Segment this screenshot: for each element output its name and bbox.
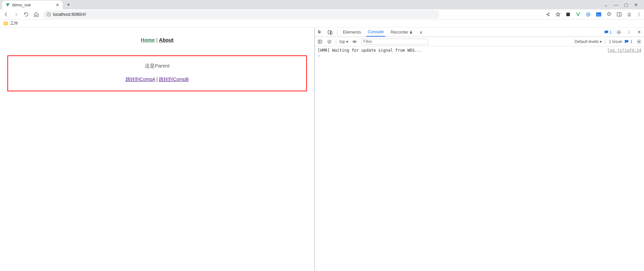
link-compa[interactable]: 跳转到CompA xyxy=(126,77,155,82)
devtools-panel: Elements Console Recorder 1 ✕ t xyxy=(315,28,644,271)
console-sidebar-toggle-icon[interactable] xyxy=(317,39,323,44)
issues-button[interactable]: 1 Issue: 1 xyxy=(609,39,633,44)
new-tab-button[interactable]: + xyxy=(65,2,72,8)
svg-point-12 xyxy=(639,12,639,13)
messages-badge[interactable]: 1 xyxy=(604,30,612,35)
console-source-link[interactable]: log.js?1afd:24 xyxy=(607,48,641,53)
reload-button[interactable] xyxy=(23,12,30,17)
browser-chrome: demo_vue ✕ + ⌄ — ▢ ✕ localhost:8080/#/ xyxy=(0,0,644,28)
svg-rect-2 xyxy=(48,13,49,13)
console-output[interactable]: [HMR] Waiting for update signal from WDS… xyxy=(315,46,644,271)
svg-rect-21 xyxy=(318,40,322,43)
address-bar: localhost:8080/#/ New xyxy=(0,9,644,19)
bookmark-bar: 工作 xyxy=(0,19,644,28)
svg-point-5 xyxy=(588,14,589,15)
svg-point-20 xyxy=(629,33,629,34)
tab-title: demo_vue xyxy=(12,3,54,7)
browser-tab[interactable]: demo_vue ✕ xyxy=(2,1,62,9)
issues-label: 1 Issue: xyxy=(609,39,623,44)
context-selector[interactable]: top ▾ xyxy=(339,39,348,44)
live-expression-icon[interactable] xyxy=(352,39,358,44)
svg-line-24 xyxy=(328,41,330,43)
devtools-close-icon[interactable]: ✕ xyxy=(636,30,642,35)
tab-recorder-label: Recorder xyxy=(390,30,408,35)
log-levels-selector[interactable]: Default levels ▾ xyxy=(574,39,602,44)
maximize-icon[interactable]: ▢ xyxy=(624,2,628,7)
svg-point-13 xyxy=(639,14,639,14)
console-line: [HMR] Waiting for update signal from WDS… xyxy=(318,48,641,53)
app-nav: Home | About xyxy=(0,37,314,43)
profile-icon[interactable] xyxy=(627,12,632,17)
svg-text:New: New xyxy=(597,14,601,16)
svg-rect-8 xyxy=(617,12,621,16)
chevron-down-icon[interactable]: ⌄ xyxy=(604,2,608,7)
console-prompt[interactable]: › xyxy=(318,53,641,58)
svg-point-14 xyxy=(639,15,639,16)
svg-point-26 xyxy=(638,41,640,42)
menu-icon[interactable] xyxy=(637,12,641,17)
svg-point-19 xyxy=(629,32,629,33)
home-button[interactable] xyxy=(33,12,40,17)
filter-input[interactable] xyxy=(361,39,428,45)
svg-rect-1 xyxy=(48,14,49,15)
extension-1-icon[interactable] xyxy=(565,12,571,17)
window-controls: ⌄ — ▢ ✕ xyxy=(604,2,642,7)
vue-favicon-icon xyxy=(5,3,10,7)
devtools-tabstrip: Elements Console Recorder 1 ✕ xyxy=(315,28,644,37)
console-toolbar: top ▾ Default levels ▾ 1 Issue: 1 xyxy=(315,37,644,46)
console-settings-icon[interactable] xyxy=(636,39,642,44)
chevron-down-icon: ▾ xyxy=(346,39,348,44)
close-window-icon[interactable]: ✕ xyxy=(634,2,638,7)
clear-console-icon[interactable] xyxy=(326,39,332,44)
share-icon[interactable] xyxy=(545,12,551,17)
device-toolbar-icon[interactable] xyxy=(327,30,333,35)
side-panel-icon[interactable] xyxy=(616,12,622,17)
inspect-element-icon[interactable] xyxy=(317,30,323,35)
tab-console[interactable]: Console xyxy=(366,28,385,37)
nav-about-link[interactable]: About xyxy=(159,37,173,43)
svg-rect-3 xyxy=(566,12,570,16)
vue-devtools-icon[interactable] xyxy=(576,12,581,17)
tab-strip: demo_vue ✕ + ⌄ — ▢ ✕ xyxy=(0,0,644,9)
svg-point-11 xyxy=(629,13,630,14)
link-compb[interactable]: 跳转到CompB xyxy=(159,77,189,82)
svg-point-25 xyxy=(354,41,355,42)
tab-close-icon[interactable]: ✕ xyxy=(56,3,59,7)
content-area: Home | About 这是Parent 跳转到CompA | 跳转到Comp… xyxy=(0,28,644,271)
parent-box: 这是Parent 跳转到CompA | 跳转到CompB xyxy=(7,55,307,91)
chevron-down-icon: ▾ xyxy=(600,39,602,44)
devtools-settings-icon[interactable] xyxy=(616,30,622,35)
messages-count: 1 xyxy=(609,30,612,35)
svg-point-17 xyxy=(618,32,619,33)
web-page: Home | About 这是Parent 跳转到CompA | 跳转到Comp… xyxy=(0,28,315,271)
extension-3-icon[interactable] xyxy=(586,12,591,17)
nav-home-link[interactable]: Home xyxy=(141,37,155,43)
bookmark-folder-label[interactable]: 工作 xyxy=(10,20,18,26)
beaker-icon xyxy=(409,30,413,34)
site-info-icon[interactable] xyxy=(46,12,51,17)
omnibox[interactable]: localhost:8080/#/ xyxy=(43,10,439,18)
forward-button[interactable] xyxy=(13,11,19,17)
console-message: [HMR] Waiting for update signal from WDS… xyxy=(318,48,422,53)
star-icon[interactable] xyxy=(555,12,561,17)
more-tabs-icon[interactable] xyxy=(418,30,424,35)
extensions-icon[interactable] xyxy=(606,12,612,17)
tab-elements[interactable]: Elements xyxy=(341,28,362,37)
levels-label: Default levels xyxy=(574,39,599,44)
tab-recorder[interactable]: Recorder xyxy=(389,28,414,37)
parent-links: 跳转到CompA | 跳转到CompB xyxy=(11,77,303,83)
extension-4-icon[interactable]: New xyxy=(596,12,602,17)
back-button[interactable] xyxy=(3,11,9,17)
folder-icon xyxy=(3,21,8,26)
devtools-menu-icon[interactable] xyxy=(626,30,632,35)
issues-count: 1 xyxy=(630,39,633,44)
url-text: localhost:8080/#/ xyxy=(53,12,86,17)
toolbar-right-icons: New xyxy=(545,12,641,17)
minimize-icon[interactable]: — xyxy=(614,2,618,7)
svg-point-18 xyxy=(629,31,629,31)
parent-heading: 这是Parent xyxy=(11,63,303,69)
prompt-chevron-icon: › xyxy=(318,53,320,58)
context-label: top xyxy=(339,39,345,44)
